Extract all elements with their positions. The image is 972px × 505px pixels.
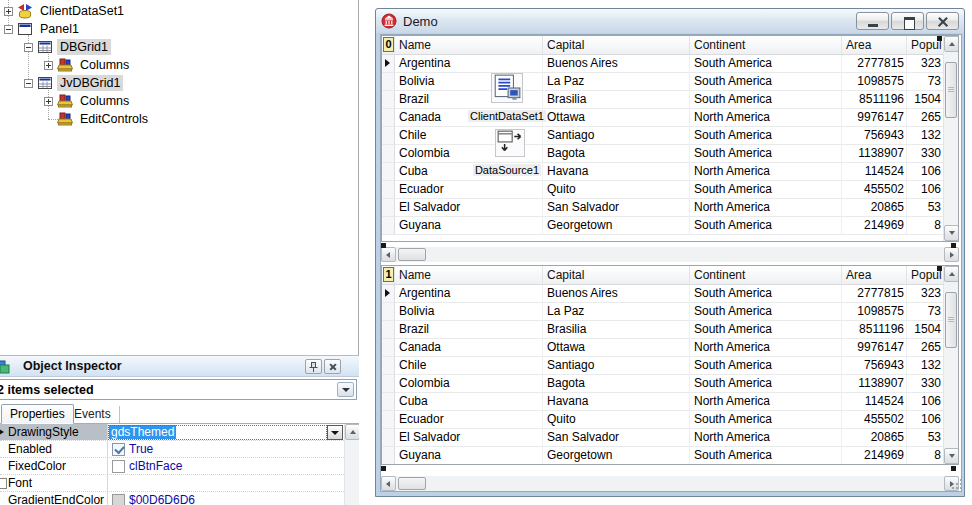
cell-capital[interactable]: Santiago xyxy=(543,357,690,375)
cell-continent[interactable]: South America xyxy=(690,91,842,109)
vertical-scrollbar[interactable] xyxy=(943,36,958,241)
cell-name[interactable]: Brazil xyxy=(395,321,543,339)
cell-continent[interactable]: North America xyxy=(690,429,842,447)
close-button[interactable] xyxy=(926,12,959,30)
column-header-area[interactable]: Area xyxy=(842,266,907,285)
horizontal-scrollbar[interactable] xyxy=(381,476,959,491)
tree-item-jvdbgrid1[interactable]: JvDBGrid1 xyxy=(0,74,356,92)
cell-area[interactable]: 114524 xyxy=(842,163,907,181)
property-name[interactable]: DrawingStyle xyxy=(0,424,108,440)
cell-name[interactable]: Ecuador xyxy=(395,181,543,199)
cell-capital[interactable]: San Salvador xyxy=(543,199,690,217)
cell-capital[interactable]: Buenos Aires xyxy=(543,55,690,73)
cell-popul[interactable]: 265 xyxy=(907,109,943,127)
cell-continent[interactable]: South America xyxy=(690,127,842,145)
cell-area[interactable]: 20865 xyxy=(842,199,907,217)
scroll-right-icon[interactable] xyxy=(944,247,959,262)
restore-button[interactable] xyxy=(891,12,924,30)
cell-name[interactable]: Argentina xyxy=(395,285,543,303)
cell-area[interactable]: 756943 xyxy=(842,357,907,375)
object-selector-combobox[interactable]: 2 items selected xyxy=(0,379,357,400)
datasource-component[interactable] xyxy=(495,129,525,157)
minimize-button[interactable] xyxy=(856,12,889,30)
grid-index-header[interactable]: 0 xyxy=(382,36,395,55)
cell-name[interactable]: Guyana xyxy=(395,447,543,464)
tree-item-label[interactable]: Columns xyxy=(77,93,132,109)
cell-area[interactable]: 8511196 xyxy=(842,91,907,109)
property-row-gradientendcolor[interactable]: GradientEndColor$00D6D6D6 xyxy=(0,492,344,505)
tree-item-label[interactable]: Columns xyxy=(77,57,132,73)
table-row[interactable]: ChileSantiagoSouth America756943132 xyxy=(382,127,943,145)
tree-item-clientdataset1[interactable]: ClientDataSet1 xyxy=(0,2,356,20)
table-row[interactable]: CubaHavanaNorth America114524106 xyxy=(382,393,943,411)
expand-icon[interactable] xyxy=(44,61,53,70)
scroll-down-icon[interactable] xyxy=(944,448,959,464)
table-row[interactable]: EcuadorQuitoSouth America455502106 xyxy=(382,411,943,429)
cell-capital[interactable]: Buenos Aires xyxy=(543,285,690,303)
cell-area[interactable]: 1138907 xyxy=(842,375,907,393)
table-row[interactable]: El SalvadorSan SalvadorNorth America2086… xyxy=(382,199,943,217)
cell-capital[interactable]: La Paz xyxy=(543,303,690,321)
cell-continent[interactable]: South America xyxy=(690,357,842,375)
cell-continent[interactable]: South America xyxy=(690,321,842,339)
cell-name[interactable]: Chile xyxy=(395,357,543,375)
selection-handle[interactable] xyxy=(937,36,942,41)
cell-capital[interactable]: Santiago xyxy=(543,127,690,145)
cell-name[interactable]: Cuba xyxy=(395,393,543,411)
tree-item-label[interactable]: JvDBGrid1 xyxy=(57,75,123,91)
expand-icon[interactable] xyxy=(4,7,13,16)
property-name[interactable]: Font xyxy=(0,475,108,491)
cell-capital[interactable]: La Paz xyxy=(543,73,690,91)
cell-continent[interactable]: South America xyxy=(690,447,842,464)
cell-area[interactable]: 1098575 xyxy=(842,73,907,91)
tree-item-label[interactable]: DBGrid1 xyxy=(57,39,111,55)
scroll-left-icon[interactable] xyxy=(381,476,396,491)
scroll-left-icon[interactable] xyxy=(381,247,396,262)
cell-capital[interactable]: Ottawa xyxy=(543,339,690,357)
resize-grip[interactable] xyxy=(952,487,954,489)
horizontal-scrollbar[interactable] xyxy=(381,247,959,262)
cell-continent[interactable]: South America xyxy=(690,73,842,91)
selection-handle[interactable] xyxy=(937,266,942,271)
property-value[interactable] xyxy=(108,475,344,491)
collapse-icon[interactable] xyxy=(24,79,33,88)
cell-area[interactable]: 1138907 xyxy=(842,145,907,163)
cell-popul[interactable]: 53 xyxy=(907,199,943,217)
cell-area[interactable]: 20865 xyxy=(842,429,907,447)
cell-continent[interactable]: South America xyxy=(690,181,842,199)
cell-popul[interactable]: 330 xyxy=(907,375,943,393)
cell-name[interactable]: Argentina xyxy=(395,55,543,73)
cell-continent[interactable]: South America xyxy=(690,217,842,235)
scroll-up-icon[interactable] xyxy=(345,424,359,440)
cell-area[interactable]: 756943 xyxy=(842,127,907,145)
cell-name[interactable]: Ecuador xyxy=(395,411,543,429)
property-row-fixedcolor[interactable]: FixedColorclBtnFace xyxy=(0,458,344,475)
selection-handle[interactable] xyxy=(951,466,956,471)
cell-name[interactable]: El Salvador xyxy=(395,199,543,217)
column-header-continent[interactable]: Continent xyxy=(690,36,842,55)
table-row[interactable]: CanadaOttawaNorth America9976147265 xyxy=(382,339,943,357)
property-value-editor[interactable]: gdsThemed xyxy=(108,425,327,440)
cell-popul[interactable]: 53 xyxy=(907,429,943,447)
cell-continent[interactable]: South America xyxy=(690,285,842,303)
cell-continent[interactable]: South America xyxy=(690,145,842,163)
component-label[interactable]: ClientDataSet1 xyxy=(468,110,546,122)
cell-area[interactable]: 1098575 xyxy=(842,303,907,321)
cell-continent[interactable]: South America xyxy=(690,303,842,321)
property-name[interactable]: FixedColor xyxy=(0,458,108,474)
cell-popul[interactable]: 1504 xyxy=(907,321,943,339)
cell-capital[interactable]: Brasilia xyxy=(543,321,690,339)
cell-popul[interactable]: 330 xyxy=(907,145,943,163)
cell-area[interactable]: 455502 xyxy=(842,181,907,199)
cell-capital[interactable]: Bagota xyxy=(543,375,690,393)
property-value[interactable]: clBtnFace xyxy=(108,458,344,474)
cell-capital[interactable]: Georgetown xyxy=(543,447,690,464)
column-header-area[interactable]: Area xyxy=(842,36,907,55)
tree-item-label[interactable]: EditControls xyxy=(77,111,151,127)
cell-capital[interactable]: Havana xyxy=(543,393,690,411)
tree-item-columns[interactable]: Columns xyxy=(0,92,356,110)
cell-capital[interactable]: Quito xyxy=(543,181,690,199)
property-name[interactable]: GradientEndColor xyxy=(0,492,108,505)
cell-capital[interactable]: San Salvador xyxy=(543,429,690,447)
cell-continent[interactable]: South America xyxy=(690,411,842,429)
